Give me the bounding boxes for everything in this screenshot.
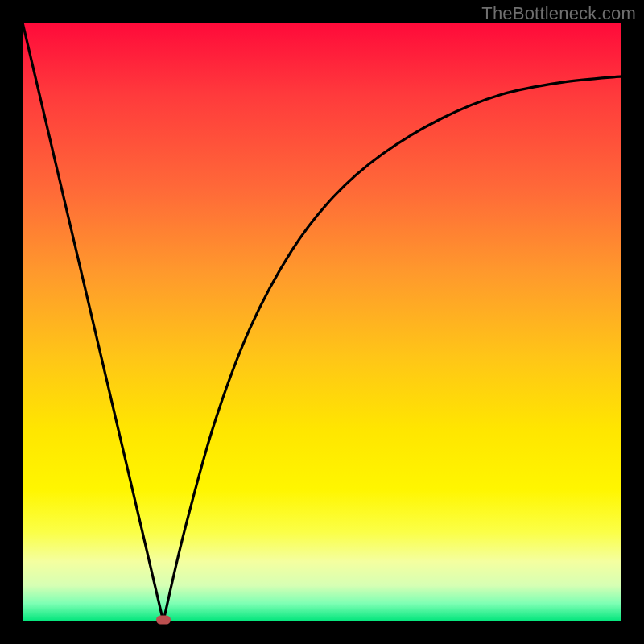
optimal-point-marker	[156, 616, 171, 625]
chart-frame: TheBottleneck.com	[0, 0, 644, 644]
plot-area	[23, 23, 621, 621]
bottleneck-curve	[23, 23, 621, 621]
watermark-text: TheBottleneck.com	[481, 3, 636, 24]
